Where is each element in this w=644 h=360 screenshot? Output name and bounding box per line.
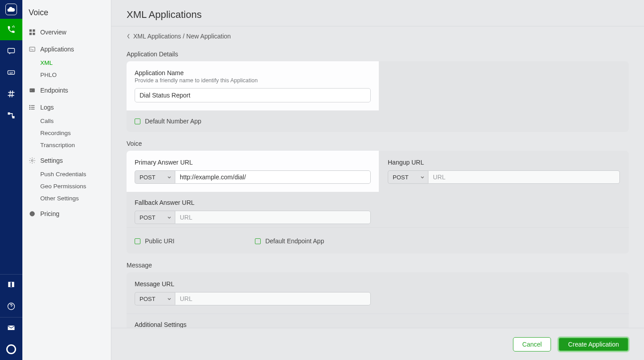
rail-voice[interactable] [0,19,22,40]
fallback-method-select[interactable]: POST [135,211,175,224]
svg-rect-7 [30,30,32,32]
hangup-url-label: Hangup URL [388,159,620,166]
chevron-left-icon [127,33,131,39]
app-name-desc: Provide a friendly name to identify this… [135,77,371,84]
section-label-details: Application Details [127,51,629,58]
chevron-down-icon [420,175,424,179]
svg-point-15 [30,107,30,107]
sidebar-item-settings[interactable]: Settings [22,153,111,168]
fallback-method-value: POST [140,214,155,221]
card-details: Application Name Provide a friendly name… [127,61,629,132]
rail-docs[interactable] [0,274,22,296]
fallback-url-input[interactable] [175,211,371,224]
sidebar-sub-xml[interactable]: XML [22,57,111,69]
chevron-down-icon [167,216,171,220]
rail-numbers[interactable] [0,83,22,105]
rail-help[interactable] [0,296,22,317]
sidebar-item-pricing[interactable]: $ Pricing [22,206,111,221]
sidebar-item-endpoints[interactable]: Endpoints [22,83,111,98]
endpoints-icon [29,87,36,94]
cloud-icon [7,5,16,14]
sidebar-sub-push[interactable]: Push Credentials [22,168,111,180]
primary-url-input[interactable] [175,170,371,184]
checkbox-default-endpoint-label: Default Endpoint App [265,237,324,245]
sidebar-item-label: Overview [40,29,66,36]
svg-text:$: $ [31,212,33,216]
breadcrumb[interactable]: XML Applications / New Application [111,26,644,42]
sidebar-sub-calls[interactable]: Calls [22,115,111,127]
dollar-icon: $ [29,210,36,217]
chat-icon [6,46,16,56]
svg-point-17 [31,160,33,161]
svg-point-13 [30,90,31,91]
section-label-voice: Voice [127,140,629,147]
sip-icon: SIP [6,68,16,77]
footer-bar: Cancel Create Application [111,328,644,360]
svg-rect-10 [33,33,35,35]
mail-icon [6,323,16,333]
primary-method-value: POST [140,174,155,181]
status-dot-icon [6,344,16,354]
primary-method-select[interactable]: POST [135,170,175,184]
cancel-button[interactable]: Cancel [513,337,551,352]
hangup-method-select[interactable]: POST [388,170,428,184]
message-url-input[interactable] [175,292,371,305]
terminal-icon [29,46,36,53]
create-application-button[interactable]: Create Application [558,337,629,352]
chevron-down-icon [167,297,171,301]
book-icon [6,280,16,290]
sidebar-item-logs[interactable]: Logs [22,100,111,115]
gear-icon [29,157,36,164]
breadcrumb-text: XML Applications / New Application [133,33,231,40]
sidebar-sub-transcription[interactable]: Transcription [22,139,111,151]
app-name-input[interactable] [135,88,371,102]
checkbox-default-number-label: Default Number App [145,118,201,125]
primary-url-label: Primary Answer URL [135,159,371,166]
form-scroll[interactable]: Application Details Application Name Pro… [111,42,644,360]
rail-status[interactable] [0,339,22,360]
sidebar-sub-phlo[interactable]: PHLO [22,69,111,81]
svg-rect-8 [33,30,35,32]
fallback-url-label: Fallback Answer URL [135,199,371,206]
message-method-select[interactable]: POST [135,292,175,305]
sidebar-sub-geo[interactable]: Geo Permissions [22,180,111,192]
additional-settings-label: Additional Settings [135,321,621,328]
sidebar-item-applications[interactable]: Applications [22,42,111,57]
phone-icon [6,25,16,34]
icon-rail: SIP [0,0,22,360]
route-icon [6,110,16,120]
svg-rect-0 [8,48,15,53]
checkbox-default-endpoint[interactable] [255,238,261,244]
section-label-message: Message [127,262,629,269]
checkbox-public-uri[interactable] [135,238,140,244]
app-name-label: Application Name [135,69,371,76]
sidebar-item-label: Logs [40,104,54,111]
sidebar-item-overview[interactable]: Overview [22,25,111,40]
rail-sip[interactable]: SIP [0,62,22,83]
checkbox-public-uri-label: Public URI [145,237,174,245]
hash-icon [6,89,16,99]
rail-logo[interactable] [0,0,22,19]
hangup-url-input[interactable] [428,170,620,184]
page-title: XML Applications [127,9,629,21]
rail-routes[interactable] [0,105,22,126]
help-icon [6,301,16,311]
rail-messaging[interactable] [0,40,22,62]
page-header: XML Applications [111,0,644,26]
chevron-down-icon [167,175,171,179]
svg-rect-3 [8,112,10,114]
main: XML Applications XML Applications / New … [111,0,644,360]
dashboard-icon [29,29,36,36]
svg-rect-9 [30,33,32,35]
hangup-method-value: POST [393,174,408,181]
sidebar-sub-other[interactable]: Other Settings [22,192,111,204]
sidebar-item-label: Settings [40,157,63,164]
sidebar-sub-recordings[interactable]: Recordings [22,127,111,139]
rail-inbox[interactable] [0,317,22,339]
checkbox-default-number[interactable] [135,119,140,124]
svg-text:SIP: SIP [9,72,13,74]
svg-point-14 [30,105,30,106]
sidebar-item-label: Endpoints [40,87,68,94]
card-voice: Primary Answer URL POST Hangup URL POST [127,151,629,254]
message-method-value: POST [140,296,155,302]
